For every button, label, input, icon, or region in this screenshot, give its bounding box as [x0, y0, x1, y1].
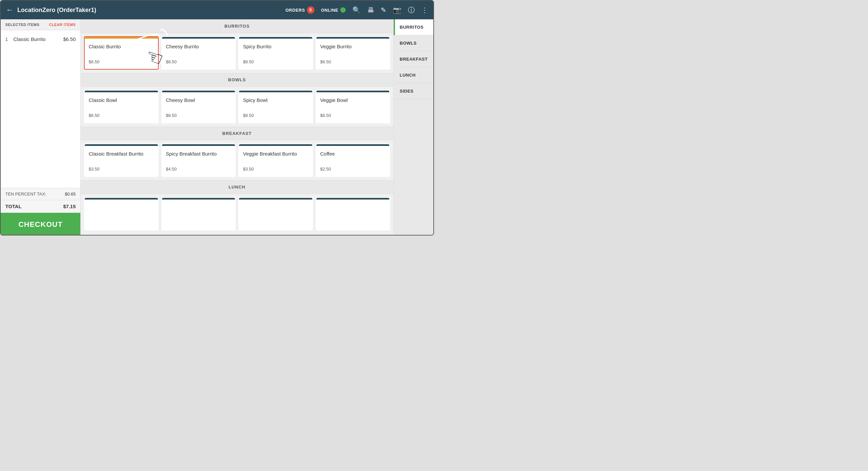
online-indicator — [340, 7, 346, 13]
menu-item-coffee[interactable]: Coffee $2.50 — [316, 143, 390, 177]
item-name: Veggie Breakfast Burrito — [243, 151, 308, 164]
item-price: $3.50 — [89, 167, 154, 172]
card-bar — [239, 198, 312, 200]
menu-item-spicy-burrito[interactable]: Spicy Burrito $8.50 — [238, 36, 313, 70]
back-button[interactable]: ← — [6, 6, 13, 14]
item-name: Veggie Burrito — [320, 44, 386, 57]
item-price: $4.50 — [166, 167, 231, 172]
orders-badge: 0 — [307, 6, 314, 14]
card-bar — [316, 198, 390, 200]
card-bar — [239, 91, 312, 92]
clear-items-button[interactable]: CLEAR ITEMS — [49, 23, 76, 27]
help-icon[interactable]: ⓘ — [408, 6, 415, 15]
menu-content: BURRITOS Classic Burrito $6.50 Cheesy Bu… — [81, 19, 393, 236]
order-list: 1 Classic Burrito $6.50 — [1, 30, 80, 188]
category-sidebar: BURRITOS BOWLS BREAKFAST LUNCH SIDES — [393, 19, 433, 236]
print-icon[interactable]: 🖶 — [367, 6, 374, 14]
breakfast-grid: Classic Breakfast Burrito $3.50 Spicy Br… — [81, 140, 393, 180]
left-panel-header: SELECTED ITEMS CLEAR ITEMS — [1, 19, 80, 30]
header: ← LocationZero (OrderTaker1) ORDERS 0 ON… — [1, 1, 433, 19]
burritos-grid: Classic Burrito $6.50 Cheesy Burrito $8.… — [81, 33, 393, 73]
edit-icon[interactable]: ✎ — [381, 6, 386, 14]
card-bar — [85, 198, 158, 200]
category-bowls[interactable]: BOWLS — [394, 35, 433, 51]
order-item[interactable]: 1 Classic Burrito $6.50 — [5, 34, 76, 44]
menu-item-classic-bowl[interactable]: Classic Bowl $6.50 — [84, 90, 159, 123]
menu-item-cheesy-burrito[interactable]: Cheesy Burrito $8.50 — [161, 36, 236, 70]
item-price: $6.50 — [89, 113, 154, 118]
menu-item-classic-burrito[interactable]: Classic Burrito $6.50 — [84, 36, 159, 70]
item-price: $8.50 — [166, 59, 231, 64]
item-name: Spicy Breakfast Burrito — [166, 151, 231, 164]
order-price: $6.50 — [63, 36, 76, 42]
header-right: ORDERS 0 ONLINE 🔍 🖶 ✎ 📷 ⓘ ⋮ — [285, 6, 428, 15]
menu-item-cheesy-bowl[interactable]: Cheesy Bowl $8.50 — [161, 90, 236, 123]
main-content: SELECTED ITEMS CLEAR ITEMS 1 Classic Bur… — [1, 19, 433, 236]
lunch-grid — [81, 194, 393, 234]
menu-item-lunch-placeholder4[interactable] — [316, 197, 390, 231]
item-price: $8.50 — [243, 59, 308, 64]
menu-item-lunch-placeholder2[interactable] — [161, 197, 236, 231]
left-panel: SELECTED ITEMS CLEAR ITEMS 1 Classic Bur… — [1, 19, 81, 236]
online-label: ONLINE — [321, 8, 338, 13]
card-bar — [162, 198, 235, 200]
category-sides[interactable]: SIDES — [394, 83, 433, 99]
camera-icon[interactable]: 📷 — [393, 6, 401, 14]
item-name: Spicy Burrito — [243, 44, 308, 57]
section-header-bowls: BOWLS — [81, 73, 393, 87]
item-price: $6.50 — [320, 113, 386, 118]
item-name: Coffee — [320, 151, 386, 164]
item-price: $2.50 — [320, 167, 386, 172]
item-price: $3.50 — [243, 167, 308, 172]
total-row: TOTAL $7.15 — [1, 200, 80, 213]
tax-value: $0.65 — [65, 192, 76, 197]
card-bar — [162, 144, 235, 146]
app-container: ← LocationZero (OrderTaker1) ORDERS 0 ON… — [1, 1, 433, 236]
orders-section[interactable]: ORDERS 0 — [285, 6, 314, 14]
category-breakfast[interactable]: BREAKFAST — [394, 51, 433, 67]
online-section: ONLINE — [321, 7, 346, 13]
menu-item-veggie-burrito[interactable]: Veggie Burrito $6.50 — [316, 36, 390, 70]
item-name: Classic Burrito — [89, 44, 154, 57]
section-header-burritos: BURRITOS — [81, 19, 393, 33]
item-name: Cheesy Bowl — [166, 97, 231, 110]
tax-label: TEN PERCENT TAX: — [5, 192, 46, 197]
card-bar — [239, 144, 312, 146]
menu-item-spicy-bowl[interactable]: Spicy Bowl $8.50 — [238, 90, 313, 123]
bowls-grid: Classic Bowl $6.50 Cheesy Bowl $8.50 Spi… — [81, 87, 393, 127]
card-bar — [316, 37, 390, 39]
more-icon[interactable]: ⋮ — [421, 6, 428, 14]
item-name: Classic Breakfast Burrito — [89, 151, 154, 164]
item-price: $8.50 — [243, 113, 308, 118]
left-footer: TEN PERCENT TAX: $0.65 TOTAL $7.15 CHECK… — [1, 188, 80, 236]
menu-item-lunch-placeholder3[interactable] — [238, 197, 313, 231]
menu-item-veggie-bowl[interactable]: Veggie Bowl $6.50 — [316, 90, 390, 123]
menu-item-veggie-breakfast[interactable]: Veggie Breakfast Burrito $3.50 — [238, 143, 313, 177]
section-header-breakfast: BREAKFAST — [81, 127, 393, 140]
card-bar — [316, 144, 390, 146]
menu-item-classic-breakfast[interactable]: Classic Breakfast Burrito $3.50 — [84, 143, 159, 177]
menu-item-lunch-placeholder1[interactable] — [84, 197, 159, 231]
order-name: Classic Burrito — [13, 36, 60, 42]
card-bar — [162, 37, 235, 39]
selected-items-label: SELECTED ITEMS — [5, 23, 39, 27]
app-title: LocationZero (OrderTaker1) — [17, 7, 281, 14]
card-bar — [85, 91, 158, 92]
orders-label: ORDERS — [285, 8, 305, 13]
item-name: Spicy Bowl — [243, 97, 308, 110]
card-bar — [162, 91, 235, 92]
search-icon[interactable]: 🔍 — [352, 6, 361, 14]
card-bar — [239, 37, 312, 39]
checkout-button[interactable]: CHECKOUT — [1, 213, 80, 236]
total-value: $7.15 — [63, 204, 76, 209]
item-name: Classic Bowl — [89, 97, 154, 110]
menu-item-spicy-breakfast[interactable]: Spicy Breakfast Burrito $4.50 — [161, 143, 236, 177]
category-burritos[interactable]: BURRITOS — [394, 19, 433, 35]
card-bar — [85, 144, 158, 146]
section-header-lunch: LUNCH — [81, 180, 393, 194]
tax-row: TEN PERCENT TAX: $0.65 — [1, 188, 80, 200]
order-qty: 1 — [5, 37, 11, 42]
category-lunch[interactable]: LUNCH — [394, 67, 433, 83]
item-name: Veggie Bowl — [320, 97, 386, 110]
item-price: $6.50 — [89, 59, 154, 64]
